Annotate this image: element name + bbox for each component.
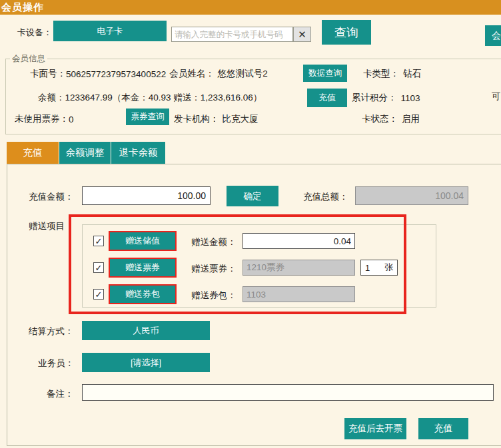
device-type-button[interactable]: 电子卡 (53, 21, 167, 41)
card-status-label: 卡状态： (362, 113, 398, 125)
member-shortcut-button[interactable]: 会 (485, 25, 501, 46)
unused-tickets-value: 0 (69, 114, 74, 124)
card-search-input[interactable] (171, 27, 293, 42)
tab-refund-balance[interactable]: 退卡余额 (111, 142, 165, 164)
card-no-label: 卡面号： (30, 68, 66, 80)
salesman-select-button[interactable]: [请选择] (82, 353, 210, 372)
gift-section-label: 赠送项目 (29, 220, 65, 232)
gift-ticket-checkbox[interactable]: ✓ (93, 262, 104, 273)
close-icon: ✕ (298, 29, 306, 41)
checkmark-icon: ✓ (95, 236, 103, 246)
member-info-legend: 会员信息 (10, 53, 47, 65)
tab-recharge[interactable]: 充值 (7, 142, 59, 164)
gift-amount-input[interactable] (243, 233, 355, 249)
gift-ticket-button[interactable]: 赠送票券 (109, 258, 177, 278)
payment-method-label: 结算方式： (29, 326, 74, 337)
points-value: 1103 (401, 93, 420, 103)
points-label: 累计积分： (352, 92, 397, 104)
data-query-button[interactable]: 数据查询 (303, 65, 347, 82)
balance-value: 1233647.99（本金：40.93 赠送：1,233,616.06） (65, 92, 262, 104)
amount-label: 充值金额： (29, 191, 82, 203)
gift-coupon-pack-button[interactable]: 赠送券包 (109, 284, 177, 304)
card-type-label: 卡类型： (363, 68, 399, 80)
device-label: 卡设备： (17, 27, 52, 39)
recharge-and-invoice-button[interactable]: 充值后去开票 (344, 418, 406, 439)
gift-stored-value-checkbox[interactable]: ✓ (93, 236, 104, 246)
card-status-value: 启用 (402, 113, 420, 125)
total-input (355, 186, 468, 205)
issuer-label: 发卡机构： (174, 113, 219, 125)
gift-ticket-label: 赠送票券： (191, 263, 237, 275)
payment-method-button[interactable]: 人民币 (82, 321, 210, 340)
ticket-query-button[interactable]: 票券查询 (126, 109, 169, 125)
balance-label: 余额： (38, 92, 65, 104)
member-recharge-button[interactable]: 充值 (307, 89, 347, 107)
confirm-button[interactable]: 确定 (227, 186, 278, 206)
gift-coupon-pack-input (243, 286, 355, 302)
clear-search-button[interactable]: ✕ (293, 27, 311, 42)
clipped-right-text: 可 (492, 91, 501, 103)
salesman-label: 业务员： (38, 357, 74, 369)
tab-balance-adjust[interactable]: 余额调整 (59, 142, 111, 164)
gift-amount-label: 赠送金额： (191, 236, 237, 248)
query-button[interactable]: 查询 (322, 20, 371, 45)
issuer-value: 比克大厦 (223, 113, 258, 125)
card-no-value: 50625772379573400522 (66, 69, 166, 79)
gift-coupon-pack-label: 赠送券包： (191, 290, 237, 302)
total-label: 充值总额： (303, 191, 348, 203)
gift-ticket-qty-unit: 张 (384, 262, 393, 274)
recharge-submit-button[interactable]: 充值 (418, 418, 468, 439)
checkmark-icon: ✓ (95, 290, 103, 300)
gift-ticket-qty-value: 1 (365, 263, 370, 273)
gift-ticket-qty-box[interactable]: 1 张 (360, 260, 398, 276)
window-title: 会员操作 (0, 0, 501, 15)
amount-input[interactable] (82, 186, 211, 205)
unused-tickets-label: 未使用票券： (15, 113, 69, 125)
gift-ticket-input (243, 260, 355, 276)
gift-coupon-pack-checkbox[interactable]: ✓ (93, 289, 104, 300)
member-name-label: 会员姓名： (169, 68, 215, 80)
member-operation-window: 会员操作 卡设备： 电子卡 ✕ 查询 会 会员信息 卡面号： 506257723… (0, 0, 501, 448)
checkmark-icon: ✓ (95, 263, 103, 273)
member-name-value: 悠悠测试号2 (218, 68, 268, 80)
gift-stored-value-button[interactable]: 赠送储值 (109, 231, 177, 251)
remark-input[interactable] (82, 384, 494, 401)
remark-label: 备注： (47, 388, 74, 400)
card-type-value: 钻石 (403, 68, 421, 80)
